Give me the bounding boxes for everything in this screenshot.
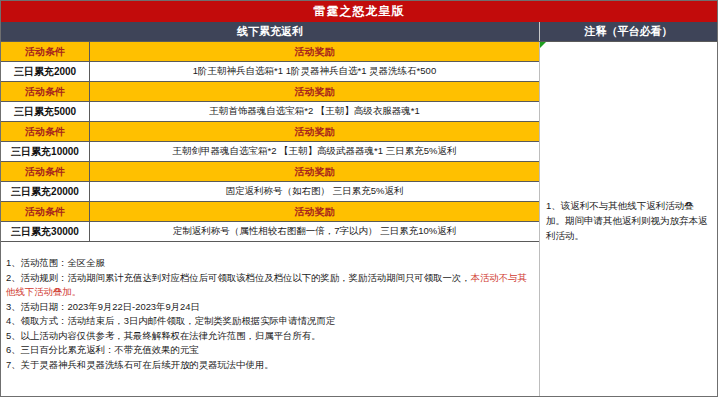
tier-1-header-condition: 活动条件 bbox=[1, 82, 90, 101]
tier-2-reward: 王朝剑甲器魂自选宝箱*2 【王朝】高级武器器魂*1 三日累充5%返利 bbox=[90, 142, 539, 161]
section-header-annotation: 注释（平台必看） bbox=[539, 22, 717, 41]
tier-3-header: 活动条件活动奖励 bbox=[1, 162, 539, 182]
tier-1: 三日累充5000王朝首饰器魂自选宝箱*2 【王朝】高级衣服器魂*1 bbox=[1, 102, 539, 122]
tier-3-header-reward: 活动奖励 bbox=[90, 162, 539, 181]
note-line-2: 2、活动规则：活动期间累计充值达到对应档位后可领取该档位及档位以下的奖励，奖励活… bbox=[6, 271, 533, 300]
recharge-table: 活动条件活动奖励三日累充20001阶王朝神兵自选箱*1 1阶灵器神兵自选*1 灵… bbox=[1, 42, 539, 397]
tier-rows: 活动条件活动奖励三日累充20001阶王朝神兵自选箱*1 1阶灵器神兵自选*1 灵… bbox=[1, 42, 539, 242]
sheet-body: 活动条件活动奖励三日累充20001阶王朝神兵自选箱*1 1阶灵器神兵自选*1 灵… bbox=[1, 42, 717, 397]
tier-2-header: 活动条件活动奖励 bbox=[1, 122, 539, 142]
annotation-cell: 1、该返利不与其他线下返利活动叠加。期间申请其他返利则视为放弃本返利活动。 bbox=[539, 42, 717, 397]
tier-3-reward: 固定返利称号（如右图） 三日累充5%返利 bbox=[90, 182, 539, 201]
note-line-6: 6、三日百分比累充返利：不带充值效果的元宝 bbox=[6, 343, 533, 358]
tier-1-header: 活动条件活动奖励 bbox=[1, 82, 539, 102]
tier-4-reward: 定制返利称号（属性相较右图翻一倍，7字以内） 三日累充10%返利 bbox=[90, 222, 539, 241]
page-title: 雷霆之怒龙皇版 bbox=[314, 3, 405, 20]
section-header-recharge: 线下累充返利 bbox=[1, 22, 539, 41]
note-line-3: 3、活动日期：2023年9月22日-2023年9月24日 bbox=[6, 300, 533, 315]
promo-sheet: 雷霆之怒龙皇版 线下累充返利 注释（平台必看） 活动条件活动奖励三日累充2000… bbox=[0, 0, 718, 397]
tier-4-header-condition: 活动条件 bbox=[1, 202, 90, 221]
note-line-1: 1、活动范围：全区全服 bbox=[6, 256, 533, 271]
note-line-4: 4、领取方式：活动结束后，3日内邮件领取，定制类奖励根据实际申请情况而定 bbox=[6, 314, 533, 329]
tier-0-header-condition: 活动条件 bbox=[1, 42, 90, 61]
annotation-text: 1、该返利不与其他线下返利活动叠加。期间申请其他返利则视为放弃本返利活动。 bbox=[540, 198, 717, 243]
tier-3: 三日累充20000固定返利称号（如右图） 三日累充5%返利 bbox=[1, 182, 539, 202]
tier-4-header-reward: 活动奖励 bbox=[90, 202, 539, 221]
tier-0-reward: 1阶王朝神兵自选箱*1 1阶灵器神兵自选*1 灵器洗练石*500 bbox=[90, 62, 539, 81]
tier-4-header: 活动条件活动奖励 bbox=[1, 202, 539, 222]
tier-4-condition: 三日累充30000 bbox=[1, 222, 90, 241]
tier-2: 三日累充10000王朝剑甲器魂自选宝箱*2 【王朝】高级武器器魂*1 三日累充5… bbox=[1, 142, 539, 162]
tier-0-header-reward: 活动奖励 bbox=[90, 42, 539, 61]
tier-2-condition: 三日累充10000 bbox=[1, 142, 90, 161]
tier-3-condition: 三日累充20000 bbox=[1, 182, 90, 201]
tier-2-header-condition: 活动条件 bbox=[1, 122, 90, 141]
tier-1-reward: 王朝首饰器魂自选宝箱*2 【王朝】高级衣服器魂*1 bbox=[90, 102, 539, 121]
tier-1-condition: 三日累充5000 bbox=[1, 102, 90, 121]
tier-0-condition: 三日累充2000 bbox=[1, 62, 90, 81]
rules-notes: 1、活动范围：全区全服2、活动规则：活动期间累计充值达到对应档位后可领取该档位及… bbox=[1, 242, 539, 397]
tier-3-header-condition: 活动条件 bbox=[1, 162, 90, 181]
title-bar: 雷霆之怒龙皇版 bbox=[1, 1, 717, 22]
tier-0: 三日累充20001阶王朝神兵自选箱*1 1阶灵器神兵自选*1 灵器洗练石*500 bbox=[1, 62, 539, 82]
tier-4: 三日累充30000定制返利称号（属性相较右图翻一倍，7字以内） 三日累充10%返… bbox=[1, 222, 539, 242]
tier-0-header: 活动条件活动奖励 bbox=[1, 42, 539, 62]
tier-2-header-reward: 活动奖励 bbox=[90, 122, 539, 141]
note-line-7: 7、关于灵器神兵和灵器洗练石可在后续开放的灵器玩法中使用。 bbox=[6, 358, 533, 373]
tier-1-header-reward: 活动奖励 bbox=[90, 82, 539, 101]
note-line-5: 5、以上活动内容仅供参考，其最终解释权在法律允许范围，归属平台所有。 bbox=[6, 329, 533, 344]
comment-marker-icon bbox=[540, 42, 546, 48]
section-header-row: 线下累充返利 注释（平台必看） bbox=[1, 22, 717, 42]
